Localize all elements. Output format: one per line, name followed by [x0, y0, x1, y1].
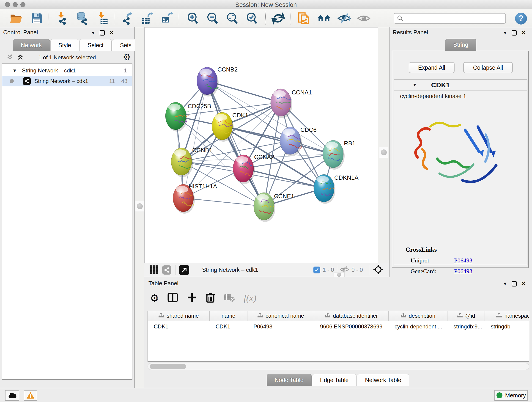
- tab-style[interactable]: Style: [51, 39, 79, 51]
- memory-button[interactable]: Memory: [494, 390, 528, 401]
- zoom-out-icon[interactable]: [206, 12, 220, 25]
- network-view-canvas[interactable]: CCNB2CCNA1CDC25BCDK1CDC6RB1CCNB1CCNA2CDK…: [144, 27, 378, 263]
- panel-float-icon[interactable]: [100, 30, 105, 36]
- collapse-triangle-icon[interactable]: ▼: [412, 82, 417, 88]
- table-cell[interactable]: cyclin-dependent ...: [389, 322, 447, 332]
- network-tree-root-row[interactable]: ▼ String Network – cdk1 1: [2, 65, 132, 76]
- panel-float-icon[interactable]: [512, 30, 517, 36]
- network-node-CDK1[interactable]: CDK1: [212, 112, 248, 142]
- help-button[interactable]: ?: [515, 13, 527, 25]
- delete-column-trash-icon[interactable]: [206, 292, 215, 304]
- column-header-canonicalname[interactable]: canonical name: [247, 311, 314, 321]
- panel-close-icon[interactable]: ✕: [109, 30, 114, 36]
- memory-label: Memory: [505, 392, 526, 399]
- clipboard-network-icon[interactable]: [297, 12, 311, 25]
- column-header-description[interactable]: description: [389, 311, 447, 321]
- network-node-CCNA1[interactable]: CCNA1: [271, 89, 312, 118]
- collapse-all-button[interactable]: Collapse All: [463, 62, 513, 73]
- column-header-databaseidentifier[interactable]: database identifier: [314, 311, 389, 321]
- add-column-plus-icon[interactable]: [187, 293, 197, 303]
- export-network-icon[interactable]: [120, 12, 134, 25]
- search-input[interactable]: [404, 14, 505, 23]
- export-table-icon[interactable]: [140, 12, 154, 25]
- save-session-icon[interactable]: [30, 12, 44, 25]
- crosslink-link[interactable]: P06493: [454, 268, 472, 275]
- toolbar-separator: [265, 12, 266, 25]
- birds-eye-view-icon[interactable]: [179, 265, 189, 275]
- column-header-id[interactable]: @id: [447, 311, 485, 321]
- import-table-file-icon[interactable]: [95, 12, 109, 25]
- view-network-icon[interactable]: [162, 265, 171, 274]
- table-cell[interactable]: CDK1: [148, 322, 210, 332]
- scrollbar-thumb[interactable]: [150, 364, 186, 369]
- cloud-button[interactable]: [5, 390, 19, 401]
- node-label-CDC6: CDC6: [300, 126, 317, 133]
- table-cell[interactable]: 9606.ENSP00000378699: [314, 322, 389, 332]
- network-node-RB1[interactable]: RB1: [323, 140, 355, 170]
- table-cell[interactable]: CDK1: [210, 322, 247, 332]
- table-cell[interactable]: P06493: [247, 322, 314, 332]
- tab-node-table[interactable]: Node Table: [267, 374, 312, 386]
- tree-expand-icon[interactable]: ▼: [12, 68, 17, 73]
- left-splitter-grip[interactable]: [135, 201, 144, 212]
- panel-close-icon[interactable]: ✕: [521, 281, 526, 287]
- import-network-database-icon[interactable]: [75, 12, 89, 25]
- open-session-icon[interactable]: [9, 12, 23, 25]
- network-options-gear-icon[interactable]: ⚙: [123, 52, 131, 62]
- node-table[interactable]: shared namenamecanonical namedatabase id…: [147, 311, 529, 362]
- string-network-graph[interactable]: CCNB2CCNA1CDC25BCDK1CDC6RB1CCNB1CCNA2CDK…: [145, 27, 378, 263]
- column-header-namespace[interactable]: namespace: [485, 311, 529, 321]
- right-splitter-grip[interactable]: [379, 147, 388, 158]
- table-settings-gear-icon[interactable]: ⚙: [150, 292, 159, 304]
- show-all-eye-icon[interactable]: [357, 12, 371, 25]
- table-horizontal-scrollbar[interactable]: [147, 363, 529, 370]
- crosslink-link[interactable]: P06493: [454, 257, 472, 264]
- protein-structure-image: [405, 105, 501, 196]
- column-label: namespace: [504, 313, 529, 319]
- network-node-CDKN1A[interactable]: CDKN1A: [314, 174, 359, 204]
- network-node-CDC25B[interactable]: CDC25B: [165, 102, 211, 132]
- panel-close-icon[interactable]: ✕: [521, 30, 526, 36]
- export-image-icon[interactable]: [160, 12, 174, 25]
- home-layouts-icon[interactable]: [317, 12, 331, 25]
- tab-select[interactable]: Select: [80, 39, 111, 51]
- column-header-name[interactable]: name: [210, 311, 247, 321]
- toolbar-separator: [49, 12, 49, 25]
- tab-network[interactable]: Network: [13, 39, 50, 51]
- column-header-sharedname[interactable]: shared name: [148, 311, 210, 321]
- protein-card-header[interactable]: ▼ CDK1: [394, 80, 527, 90]
- table-cell[interactable]: stringdb: [485, 322, 529, 332]
- import-network-file-icon[interactable]: [55, 12, 69, 25]
- tab-string[interactable]: String: [445, 39, 476, 51]
- view-grid-icon[interactable]: [149, 265, 158, 275]
- network-node-CCNB2[interactable]: CCNB2: [197, 66, 238, 96]
- network-node-CCNB1[interactable]: CCNB1: [171, 147, 212, 177]
- tab-network-table[interactable]: Network Table: [357, 374, 409, 386]
- selected-checkbox-icon[interactable]: ✓: [313, 267, 320, 274]
- zoom-selected-icon[interactable]: [245, 12, 259, 25]
- network-node-HIST1H1A[interactable]: HIST1H1A: [173, 183, 217, 214]
- zoom-in-icon[interactable]: [186, 12, 200, 25]
- panel-menu-icon[interactable]: ▼: [91, 30, 95, 36]
- hide-selected-eye-slash-icon[interactable]: [337, 12, 351, 25]
- show-columns-icon[interactable]: [167, 292, 178, 304]
- warnings-button[interactable]: [24, 390, 37, 401]
- network-current-dot-icon: [10, 79, 14, 83]
- expand-all-button[interactable]: Expand All: [409, 62, 455, 73]
- network-tree-child-row[interactable]: String Network – cdk1 11 48: [2, 76, 132, 86]
- panel-menu-icon[interactable]: ▼: [503, 281, 507, 287]
- hierarchy-icon: [496, 313, 502, 319]
- zoom-fit-icon[interactable]: [225, 12, 239, 25]
- panel-float-icon[interactable]: [512, 281, 517, 287]
- horizontal-splitter-grip[interactable]: [334, 272, 345, 277]
- panel-menu-icon[interactable]: ▼: [503, 30, 507, 36]
- network-node-count: 11: [109, 78, 115, 84]
- refresh-icon[interactable]: [271, 12, 285, 25]
- tab-edge-table[interactable]: Edge Table: [312, 374, 357, 386]
- network-collection-label: String Network – cdk1: [22, 67, 76, 74]
- center-view-crosshair-icon[interactable]: [373, 264, 384, 276]
- network-edge[interactable]: [183, 198, 264, 206]
- network-edge[interactable]: [183, 81, 207, 198]
- table-cell[interactable]: stringdb:9...: [447, 322, 485, 332]
- network-node-CCNE1[interactable]: CCNE1: [254, 192, 294, 222]
